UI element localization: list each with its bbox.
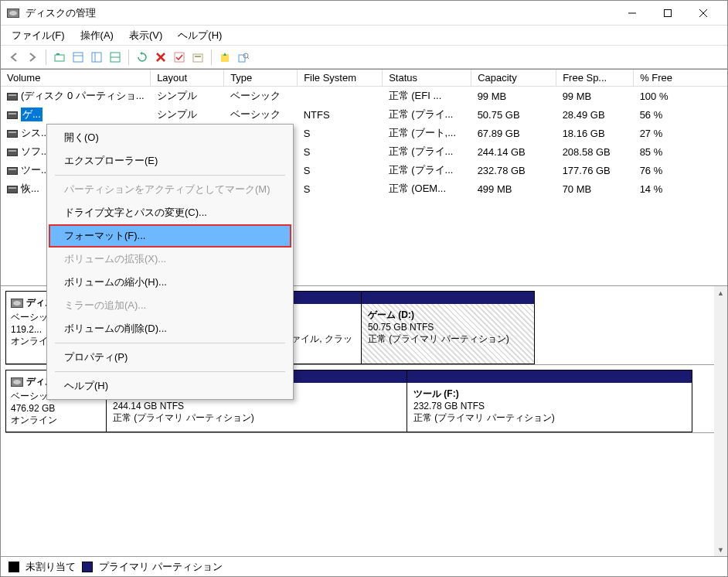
svg-line-20 [247, 57, 249, 59]
toolbar-icon-5[interactable] [189, 49, 206, 66]
forward-button[interactable] [24, 49, 41, 66]
menu-help[interactable]: ヘルプ(H) [170, 26, 230, 46]
ctx-mirror: ミラーの追加(A)... [49, 294, 291, 317]
col-pct[interactable]: % Free [634, 70, 727, 87]
partition-size: 232.78 GB NTFS [413, 401, 685, 411]
menu-file[interactable]: ファイル(F) [4, 26, 73, 46]
table-header[interactable]: Volume Layout Type File System Status Ca… [1, 70, 727, 87]
col-status[interactable]: Status [383, 70, 471, 87]
col-free[interactable]: Free Sp... [556, 70, 634, 87]
partition-status: 正常 (プライマリ パーティション) [413, 411, 685, 425]
ctx-shrink[interactable]: ボリュームの縮小(H)... [49, 271, 291, 294]
app-icon [7, 7, 19, 19]
disk-icon [11, 377, 23, 387]
scrollbar[interactable]: ▲ ▼ [714, 286, 727, 556]
col-volume[interactable]: Volume [1, 70, 151, 87]
delete-button[interactable] [152, 49, 169, 66]
ctx-delete[interactable]: ボリュームの削除(D)... [49, 317, 291, 340]
ctx-properties[interactable]: プロパティ(P) [49, 346, 291, 369]
legend-primary-label: プライマリ パーティション [99, 560, 223, 574]
partition-label: ゲーム (D:) [368, 309, 528, 322]
svg-rect-16 [195, 56, 201, 57]
ctx-extend: ボリュームの拡張(X)... [49, 248, 291, 271]
legend-unallocated-swatch [9, 562, 19, 572]
disk-size: 476.92 GB [11, 403, 101, 414]
legend-unallocated-label: 未割り当て [26, 560, 76, 574]
partition-bar [407, 370, 692, 383]
disk-status: オンライン [11, 414, 101, 427]
titlebar: ディスクの管理 [1, 1, 727, 26]
ctx-mark-active: パーティションをアクティブとしてマーク(M) [49, 178, 291, 201]
refresh-button[interactable] [134, 49, 151, 66]
legend: 未割り当て プライマリ パーティション [1, 556, 727, 576]
svg-rect-6 [73, 53, 83, 62]
partition-size: 244.14 GB NTFS [113, 401, 400, 411]
partition-status: 正常 (プライマリ パーティション) [113, 411, 400, 425]
ctx-open[interactable]: 開く(O) [49, 126, 291, 149]
col-type[interactable]: Type [224, 70, 298, 87]
col-fs[interactable]: File System [298, 70, 383, 87]
toolbar-check-icon[interactable] [171, 49, 188, 66]
svg-rect-5 [56, 53, 60, 55]
maximize-button[interactable] [650, 1, 685, 26]
close-button[interactable] [685, 1, 721, 26]
toolbar-icon-1[interactable] [51, 49, 68, 66]
disk-icon [11, 299, 23, 308]
ctx-change-drive[interactable]: ドライブ文字とパスの変更(C)... [49, 201, 291, 224]
partition[interactable]: ゲーム (D:)50.75 GB NTFS正常 (プライマリ パーティション) [361, 291, 535, 364]
svg-rect-18 [239, 55, 245, 62]
svg-rect-1 [665, 9, 672, 16]
toolbar-icon-6[interactable] [216, 49, 233, 66]
toolbar-icon-2[interactable] [70, 49, 87, 66]
toolbar-icon-4[interactable] [107, 49, 124, 66]
window-title: ディスクの管理 [26, 6, 614, 20]
legend-primary-swatch [82, 562, 93, 572]
table-row[interactable]: (ディスク 0 パーティショ...シンプルベーシック正常 (EFI ...99 … [1, 87, 727, 106]
menu-action[interactable]: 操作(A) [73, 26, 121, 46]
svg-rect-4 [55, 55, 64, 61]
ctx-format[interactable]: フォーマット(F)... [49, 224, 291, 248]
scroll-up-icon[interactable]: ▲ [714, 286, 727, 299]
toolbar-icon-3[interactable] [88, 49, 105, 66]
partition-label: ツール (F:) [413, 388, 685, 401]
toolbar-icon-7[interactable] [235, 49, 252, 66]
partition[interactable]: ツール (F:)232.78 GB NTFS正常 (プライマリ パーティション) [407, 370, 692, 432]
partition-bar [362, 292, 534, 304]
table-row[interactable]: ゲ...シンプルベーシックNTFS正常 (プライ...50.75 GB28.49… [1, 105, 727, 124]
partition-size: 50.75 GB NTFS [368, 322, 528, 333]
minimize-button[interactable] [614, 1, 650, 26]
partition-status: 正常 (プライマリ パーティション) [368, 333, 528, 346]
context-menu: 開く(O) エクスプローラー(E) パーティションをアクティブとしてマーク(M)… [46, 124, 294, 400]
menubar: ファイル(F) 操作(A) 表示(V) ヘルプ(H) [1, 26, 727, 46]
svg-rect-14 [175, 53, 184, 62]
svg-rect-8 [92, 53, 101, 62]
ctx-explorer[interactable]: エクスプローラー(E) [49, 149, 291, 172]
col-capacity[interactable]: Capacity [471, 70, 556, 87]
toolbar [1, 46, 727, 69]
svg-rect-15 [193, 54, 202, 62]
ctx-help[interactable]: ヘルプ(H) [49, 374, 291, 398]
menu-view[interactable]: 表示(V) [121, 26, 170, 46]
col-layout[interactable]: Layout [151, 70, 224, 87]
scroll-down-icon[interactable]: ▼ [714, 543, 727, 556]
back-button[interactable] [5, 49, 22, 66]
